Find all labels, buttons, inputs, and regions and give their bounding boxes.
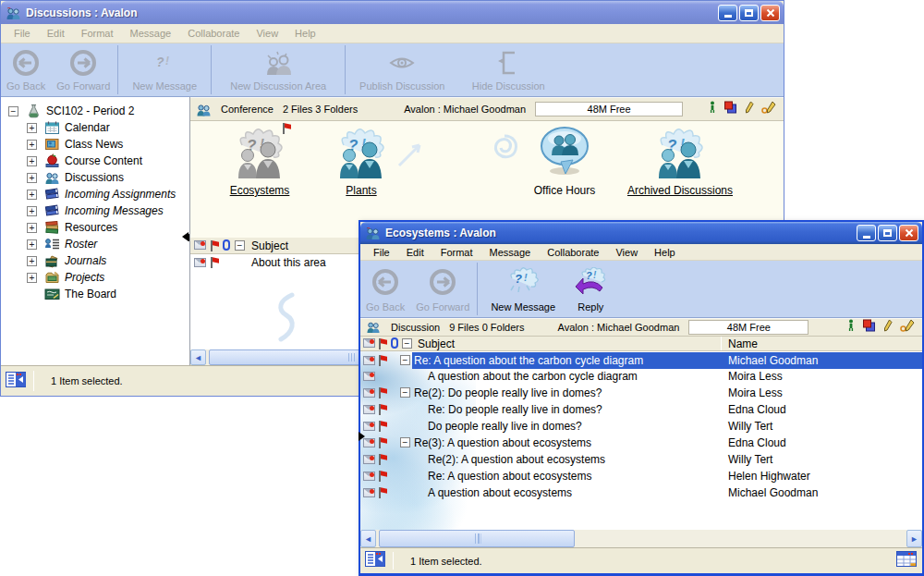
expand-box[interactable]: + bbox=[27, 223, 37, 233]
red-flag-icon bbox=[377, 471, 388, 482]
expand-box[interactable]: + bbox=[27, 206, 37, 216]
grid-view-icon[interactable] bbox=[896, 551, 917, 570]
collapse-all-box[interactable]: − bbox=[235, 240, 245, 251]
panel-toggle-icon[interactable] bbox=[365, 551, 385, 570]
menu-collaborate[interactable]: Collaborate bbox=[540, 245, 606, 260]
status-bar: 1 Item selected. bbox=[360, 547, 922, 573]
tree-item-journals[interactable]: + Journals bbox=[1, 252, 189, 269]
go-back-button[interactable]: Go Back bbox=[1, 43, 51, 96]
expand-box[interactable]: + bbox=[27, 156, 37, 166]
status-text: 1 Item selected. bbox=[410, 556, 482, 567]
hide-discussion-button[interactable]: Hide Discussion bbox=[456, 43, 560, 96]
svg-text:!: ! bbox=[524, 272, 528, 283]
close-button[interactable] bbox=[760, 5, 780, 21]
door-icon bbox=[496, 47, 520, 78]
collapse-box[interactable]: − bbox=[8, 106, 18, 116]
menu-message[interactable]: Message bbox=[123, 26, 179, 41]
conference-plants[interactable]: ? ! Plants bbox=[292, 127, 431, 197]
expand-box[interactable]: + bbox=[27, 273, 37, 283]
thread-collapse-box[interactable]: − bbox=[400, 437, 410, 447]
window-title: Discussions : Avalon bbox=[26, 6, 137, 19]
expand-box[interactable]: + bbox=[27, 239, 37, 250]
go-forward-button[interactable]: Go Forward bbox=[410, 261, 475, 317]
new-message-button[interactable]: ? ! New Message bbox=[480, 261, 566, 317]
message-row[interactable]: − Re(2): Do people really live in domes?… bbox=[360, 385, 922, 401]
expand-box[interactable]: + bbox=[27, 173, 37, 183]
menu-view[interactable]: View bbox=[608, 245, 645, 260]
menu-format[interactable]: Format bbox=[74, 26, 121, 41]
window-people-icon: ? bbox=[6, 6, 21, 20]
tree-item-course-content[interactable]: + Course Content bbox=[1, 153, 189, 169]
expand-box[interactable]: + bbox=[27, 123, 37, 133]
expand-box[interactable]: + bbox=[27, 140, 37, 150]
pane-splitter-arrow[interactable] bbox=[182, 232, 188, 241]
book-stack-icon bbox=[44, 220, 60, 235]
minimize-button[interactable] bbox=[718, 5, 737, 21]
titlebar-discussions[interactable]: ? Discussions : Avalon bbox=[1, 1, 784, 24]
go-forward-button[interactable]: Go Forward bbox=[51, 43, 116, 96]
tree-item-projects[interactable]: + Projects bbox=[1, 269, 189, 286]
tree-item-the-board[interactable]: The Board bbox=[1, 286, 189, 302]
red-flag-icon bbox=[377, 387, 388, 398]
tree-item-calendar[interactable]: + Calendar bbox=[1, 119, 189, 136]
name-column-label: Name bbox=[728, 337, 758, 350]
go-back-button[interactable]: Go Back bbox=[360, 261, 410, 317]
envelope-icon bbox=[363, 488, 375, 497]
collapse-all-box[interactable]: − bbox=[402, 338, 412, 349]
maximize-button[interactable] bbox=[878, 225, 897, 241]
expand-box[interactable]: + bbox=[27, 190, 37, 200]
message-row[interactable]: Re: Do people really live in domes? Edna… bbox=[360, 401, 922, 418]
menu-help[interactable]: Help bbox=[647, 245, 683, 260]
reply-arrow-icon: ? ! bbox=[574, 264, 607, 299]
plants-people-icon: ? ! bbox=[334, 127, 388, 182]
publish-discussion-button[interactable]: Publish Discussion bbox=[347, 43, 456, 96]
menu-collaborate[interactable]: Collaborate bbox=[180, 26, 247, 41]
message-row[interactable]: A question about the carbon cycle diagra… bbox=[360, 368, 922, 385]
expand-box[interactable]: + bbox=[27, 256, 37, 266]
green-person-icon bbox=[709, 101, 716, 117]
message-row[interactable]: − Re: A question about the carbon cycle … bbox=[360, 352, 922, 369]
thread-collapse-box[interactable]: − bbox=[400, 387, 410, 398]
conference-archived-discussions[interactable]: ? ! Archived Discussions bbox=[611, 127, 749, 197]
message-row[interactable]: Re(2): A question about ecosystems Willy… bbox=[360, 451, 922, 468]
tree-item-discussions[interactable]: + Discussions bbox=[1, 169, 189, 186]
menu-edit[interactable]: Edit bbox=[399, 245, 432, 260]
tree-item-roster[interactable]: + Roster bbox=[1, 236, 189, 252]
scroll-left-arrow[interactable]: ◄ bbox=[190, 349, 206, 365]
close-button[interactable] bbox=[899, 225, 918, 241]
menu-file[interactable]: File bbox=[366, 245, 397, 260]
menu-file[interactable]: File bbox=[6, 26, 38, 41]
horizontal-scrollbar[interactable]: ◄ ► bbox=[360, 530, 922, 547]
new-message-button[interactable]: ?! New Message bbox=[120, 43, 209, 96]
pane-splitter-arrow[interactable] bbox=[359, 432, 365, 441]
panel-toggle-icon[interactable] bbox=[6, 372, 26, 391]
titlebar-ecosystems[interactable]: ? Ecosystems : Avalon bbox=[360, 222, 922, 244]
menu-help[interactable]: Help bbox=[287, 26, 323, 41]
new-discussion-area-button[interactable]: New Discussion Area bbox=[213, 43, 343, 96]
tree-item-incoming-messages[interactable]: + Incoming Messages bbox=[1, 202, 189, 219]
message-row[interactable]: A question about ecosystems Michael Good… bbox=[360, 484, 922, 501]
key-pencil-icon bbox=[900, 319, 915, 336]
menu-format[interactable]: Format bbox=[433, 245, 480, 260]
message-row[interactable]: Do people really live in domes? Willy Te… bbox=[360, 418, 922, 435]
reply-button[interactable]: ? ! Reply bbox=[566, 261, 614, 317]
menu-message[interactable]: Message bbox=[482, 245, 539, 260]
scroll-right-arrow[interactable]: ► bbox=[906, 530, 922, 547]
tree-item-class-news[interactable]: + Class News bbox=[1, 136, 189, 153]
journal-book-icon bbox=[44, 253, 60, 268]
tree-item-resources[interactable]: + Resources bbox=[1, 219, 189, 236]
question-burst-icon: ?! bbox=[152, 47, 176, 78]
tree-item-incoming-assignments[interactable]: + Incoming Assignments bbox=[1, 186, 189, 202]
scroll-left-arrow[interactable]: ◄ bbox=[360, 530, 376, 547]
list-column-header[interactable]: − Subject Name bbox=[360, 337, 922, 351]
message-row[interactable]: − Re(3): A question about ecosystems Edn… bbox=[360, 435, 922, 451]
tree-item-sci102[interactable]: − SCI102 - Period 2 bbox=[1, 103, 189, 119]
thread-collapse-box[interactable]: − bbox=[400, 355, 410, 365]
maximize-button[interactable] bbox=[739, 5, 759, 21]
scrollbar-thumb[interactable] bbox=[379, 530, 575, 547]
minimize-button[interactable] bbox=[857, 225, 876, 241]
menu-view[interactable]: View bbox=[249, 26, 286, 41]
menu-edit[interactable]: Edit bbox=[40, 26, 72, 41]
message-row[interactable]: Re: A question about ecosystems Helen Hi… bbox=[360, 468, 922, 484]
paperclip-icon bbox=[223, 239, 230, 251]
